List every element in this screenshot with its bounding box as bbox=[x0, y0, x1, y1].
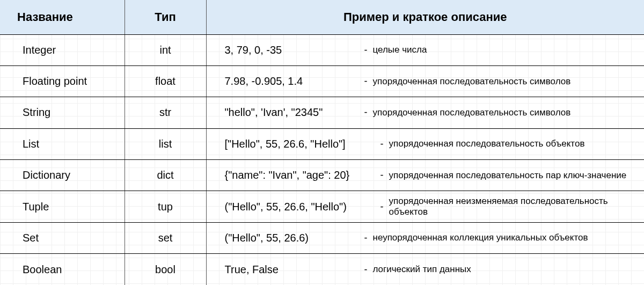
header-name: Название bbox=[0, 0, 125, 34]
cell-name: Set bbox=[0, 222, 125, 253]
cell-desc: ["Hello", 55, 26.6, "Hello"]-упорядоченн… bbox=[206, 128, 644, 159]
cell-explain: целые числа bbox=[373, 45, 639, 55]
cell-example: ["Hello", 55, 26.6, "Hello"] bbox=[225, 138, 380, 150]
cell-explain: упорядоченная неизменяемая последователь… bbox=[389, 196, 639, 217]
table-row: Floating pointfloat7.98, -0.905, 1.4-упо… bbox=[0, 65, 644, 97]
cell-name: String bbox=[0, 97, 125, 128]
cell-type: tup bbox=[125, 191, 206, 222]
cell-explain: упорядоченная последовательность пар клю… bbox=[389, 170, 639, 181]
cell-example: ("Hello", 55, 26.6, "Hello") bbox=[225, 201, 380, 213]
cell-type: list bbox=[125, 128, 206, 159]
cell-dash: - bbox=[364, 107, 373, 118]
cell-example: 7.98, -0.905, 1.4 bbox=[225, 75, 364, 87]
cell-type: set bbox=[125, 222, 206, 253]
cell-desc: 3, 79, 0, -35-целые числа bbox=[206, 34, 644, 65]
cell-name: Floating point bbox=[0, 65, 125, 97]
header-desc: Пример и краткое описание bbox=[206, 0, 644, 34]
cell-example: {"name": "Ivan", "age": 20} bbox=[225, 169, 380, 181]
cell-dash: - bbox=[364, 264, 373, 275]
table-row: Dictionarydict{"name": "Ivan", "age": 20… bbox=[0, 160, 644, 191]
cell-type: bool bbox=[125, 254, 206, 285]
table-row: Integerint3, 79, 0, -35-целые числа bbox=[0, 34, 644, 65]
data-types-table: Название Тип Пример и краткое описание I… bbox=[0, 0, 644, 285]
cell-explain: упорядоченная последовательность объекто… bbox=[389, 138, 639, 149]
cell-type: dict bbox=[125, 160, 206, 191]
cell-type: int bbox=[125, 34, 206, 65]
cell-name: Tuple bbox=[0, 191, 125, 222]
cell-name: Boolean bbox=[0, 254, 125, 285]
table-row: Stringstr"hello", 'Ivan', "2345"-упорядо… bbox=[0, 97, 644, 128]
cell-name: Dictionary bbox=[0, 160, 125, 191]
cell-desc: {"name": "Ivan", "age": 20}-упорядоченна… bbox=[206, 160, 644, 191]
cell-explain: неупорядоченная коллекция уникальных объ… bbox=[373, 232, 639, 243]
cell-desc: 7.98, -0.905, 1.4-упорядоченная последов… bbox=[206, 65, 644, 97]
cell-dash: - bbox=[380, 170, 389, 181]
table-row: Setset("Hello", 55, 26.6)-неупорядоченна… bbox=[0, 222, 644, 253]
cell-dash: - bbox=[380, 138, 389, 150]
cell-desc: ("Hello", 55, 26.6, "Hello")-упорядоченн… bbox=[206, 191, 644, 222]
table-row: BooleanboolTrue, False-логический тип да… bbox=[0, 254, 644, 285]
cell-type: str bbox=[125, 97, 206, 128]
cell-desc: "hello", 'Ivan', "2345"-упорядоченная по… bbox=[206, 97, 644, 128]
cell-type: float bbox=[125, 65, 206, 97]
cell-explain: упорядоченная последовательность символо… bbox=[373, 76, 639, 87]
header-type: Тип bbox=[125, 0, 206, 34]
cell-dash: - bbox=[364, 232, 373, 244]
cell-example: True, False bbox=[225, 264, 364, 276]
table-row: Tupletup("Hello", 55, 26.6, "Hello")-упо… bbox=[0, 191, 644, 222]
cell-name: List bbox=[0, 128, 125, 159]
cell-dash: - bbox=[364, 76, 373, 87]
cell-explain: упорядоченная последовательность символо… bbox=[373, 107, 639, 118]
cell-example: "hello", 'Ivan', "2345" bbox=[225, 106, 364, 119]
cell-desc: ("Hello", 55, 26.6)-неупорядоченная колл… bbox=[206, 222, 644, 253]
table-header-row: Название Тип Пример и краткое описание bbox=[0, 0, 644, 34]
cell-name: Integer bbox=[0, 34, 125, 65]
cell-example: ("Hello", 55, 26.6) bbox=[225, 232, 364, 244]
cell-dash: - bbox=[364, 45, 373, 56]
table-row: Listlist["Hello", 55, 26.6, "Hello"]-упо… bbox=[0, 128, 644, 159]
cell-desc: True, False-логический тип данных bbox=[206, 254, 644, 285]
cell-example: 3, 79, 0, -35 bbox=[225, 44, 364, 56]
cell-dash: - bbox=[380, 201, 389, 213]
cell-explain: логический тип данных bbox=[373, 264, 639, 275]
